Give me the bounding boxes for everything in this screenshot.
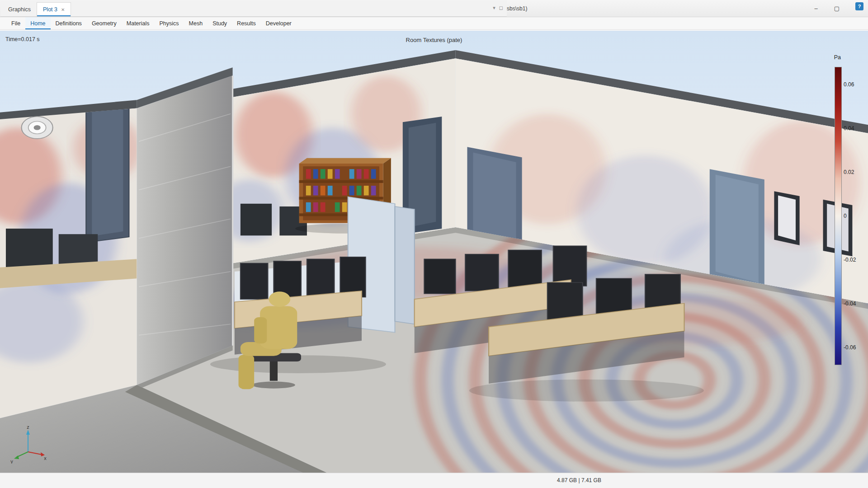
- menu-item-study[interactable]: Study: [208, 17, 232, 29]
- room-acoustics-scene: [0, 31, 868, 474]
- menu-item-materials[interactable]: Materials: [122, 17, 155, 29]
- x-axis-label: x: [44, 455, 47, 461]
- colorbar: [835, 67, 842, 365]
- graphics-tabbar-icons: ▾◻: [493, 5, 503, 11]
- menubar: FileHomeDefinitionsGeometryMaterialsPhys…: [0, 17, 868, 30]
- tab-label: Plot 3: [43, 6, 57, 13]
- menu-item-developer[interactable]: Developer: [261, 17, 297, 29]
- tab-plot-3[interactable]: Plot 3✕: [37, 2, 71, 16]
- tab-graphics[interactable]: Graphics: [2, 2, 37, 16]
- statusbar: 4.87 GB | 7.41 GB: [0, 473, 868, 488]
- menu-item-mesh[interactable]: Mesh: [184, 17, 208, 29]
- z-axis-label: z: [27, 426, 29, 430]
- colorbar-tick-label: -0.04: [844, 300, 864, 307]
- plot3-title: Room Textures (pate): [0, 37, 868, 43]
- minimize-button[interactable]: –: [806, 0, 826, 17]
- help-button[interactable]: ?: [855, 2, 863, 10]
- graphics-tabbar: GraphicsPlot 3✕▾◻: [0, 0, 507, 17]
- menu-item-home[interactable]: Home: [25, 17, 50, 29]
- panel-float-icon[interactable]: ◻: [499, 5, 503, 11]
- maximize-button[interactable]: ▢: [826, 0, 847, 17]
- colorbar-tick-label: -0.06: [844, 344, 864, 351]
- colorbar-tick-label: 0.04: [844, 125, 864, 131]
- colorbar-tick-label: -0.02: [844, 257, 864, 263]
- memory-usage: 4.87 GB | 7.41 GB: [557, 477, 601, 483]
- menu-item-geometry[interactable]: Geometry: [87, 17, 122, 29]
- close-icon[interactable]: ✕: [61, 7, 65, 12]
- y-axis-label: y: [10, 459, 13, 464]
- graphics-canvas[interactable]: Time=0.017 s Room Textures (pate) Pa z x…: [0, 31, 868, 474]
- menu-item-definitions[interactable]: Definitions: [51, 17, 87, 29]
- colorbar-unit-label: Pa: [834, 54, 841, 61]
- colorbar-tick-label: 0.06: [844, 81, 864, 88]
- colorbar-tick-label: 0.02: [844, 169, 864, 175]
- graphics-panel: GraphicsPlot 3✕▾◻ ⊕⊖◰▾▭⌂xyyzzx↻▾♪▤▥◫⊠◐▾↺…: [0, 0, 507, 399]
- menu-item-physics[interactable]: Physics: [154, 17, 184, 29]
- menu-item-results[interactable]: Results: [232, 17, 261, 29]
- tab-label: Graphics: [8, 6, 31, 13]
- axis-triad: z x y: [9, 426, 47, 464]
- colorbar-tick-label: 0: [844, 213, 864, 219]
- panel-menu-icon[interactable]: ▾: [493, 5, 495, 11]
- menu-item-file[interactable]: File: [6, 17, 25, 29]
